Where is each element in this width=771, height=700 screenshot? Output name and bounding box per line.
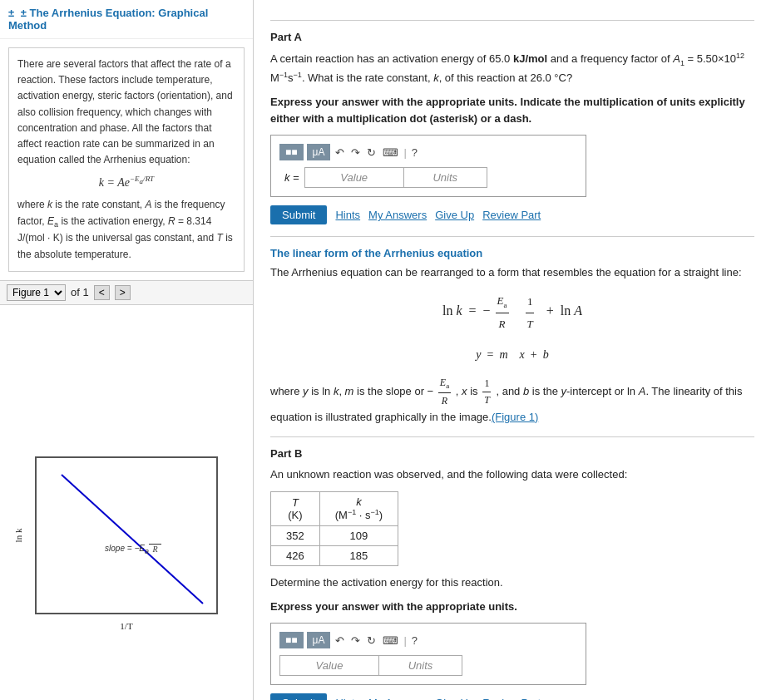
table-cell-t2: 426: [271, 545, 320, 565]
part-a-value-input[interactable]: Value: [304, 167, 404, 188]
figure-next-button[interactable]: >: [115, 285, 131, 300]
refresh-icon-b1[interactable]: ↻: [367, 634, 376, 647]
pipe-sep-b1: |: [403, 634, 406, 647]
linear-equation-ymxb: y = m x + b: [270, 343, 754, 367]
part-b-value-input[interactable]: Value: [279, 655, 379, 676]
part-a-giveup-link[interactable]: Give Up: [435, 209, 474, 221]
part-b-section: Part B An unknown reaction was observed,…: [270, 447, 754, 700]
left-panel: ± ± The Arrhenius Equation: Graphical Me…: [0, 0, 254, 700]
part-a-section: Part A A certain reaction has an activat…: [270, 31, 754, 224]
figure-of-label: of 1: [71, 286, 89, 298]
linear-section-desc2: where y is ln k, m is the slope or − Ea …: [270, 375, 754, 426]
refresh-icon-a1[interactable]: ↻: [367, 146, 376, 159]
pipe-sep-a1: |: [403, 146, 406, 159]
redo-icon-b1[interactable]: ↷: [351, 634, 360, 647]
part-a-instruction: Express your answer with the appropriate…: [270, 94, 754, 126]
part-b-reviewpart-link[interactable]: Review Part: [482, 697, 541, 700]
table-cell-k1: 109: [319, 525, 398, 545]
top-separator: [270, 20, 754, 21]
part-a-reviewpart-link[interactable]: Review Part: [482, 209, 541, 221]
widget-format-btn-b1[interactable]: ■■: [279, 632, 304, 648]
part-b-hints-link[interactable]: Hints: [335, 697, 360, 700]
help-icon-b1[interactable]: ?: [412, 634, 418, 647]
table-header-t: T(K): [271, 492, 320, 525]
fraction-1-t: 1 T: [526, 291, 535, 335]
part-a-submit-button[interactable]: Submit: [270, 205, 327, 224]
linear-equation-display: ln k = − Ea R 1 T + ln A: [270, 290, 754, 335]
part-b-toolbar: ■■ μA ↶ ↷ ↻ ⌨ | ?: [279, 632, 577, 648]
part-a-units-input[interactable]: Units: [404, 167, 487, 188]
slope-label: slope = −Ea R: [105, 544, 161, 555]
linear-section-desc: The Arrhenius equation can be rearranged…: [270, 264, 754, 282]
part-a-label: Part A: [270, 31, 754, 43]
separator-1: [270, 236, 754, 237]
info-box: There are several factors that affect th…: [8, 47, 245, 272]
undo-icon-a1[interactable]: ↶: [335, 146, 344, 159]
part-a-myanswers-link[interactable]: My Answers: [368, 209, 427, 221]
panel-title: ± The Arrhenius Equation: Graphical Meth…: [8, 7, 208, 32]
linear-section: The linear form of the Arrhenius equatio…: [270, 247, 754, 426]
part-b-instruction: Express your answer with the appropriate…: [270, 599, 754, 615]
part-b-problem: An unknown reaction was observed, and th…: [270, 466, 754, 484]
x-axis-label: 1/T: [120, 621, 132, 631]
equation-desc: where k is the rate constant, A is the f…: [17, 197, 235, 262]
part-b-determine: Determine the activation energy for this…: [270, 574, 754, 592]
part-b-label: Part B: [270, 447, 754, 460]
y-axis-label: ln k: [13, 529, 23, 543]
redo-icon-a1[interactable]: ↷: [351, 146, 360, 159]
figure-select[interactable]: Figure 1: [7, 284, 66, 301]
part-b-giveup-link[interactable]: Give Up: [435, 697, 474, 700]
graph-area: slope = −Ea R ln k 1/T: [0, 305, 253, 700]
part-b-input-row: Value Units: [279, 655, 577, 676]
widget-mu-btn-a1[interactable]: μA: [307, 144, 331, 160]
undo-icon-b1[interactable]: ↶: [335, 634, 344, 647]
info-text: There are several factors that affect th…: [17, 57, 235, 168]
table-cell-k2: 185: [319, 545, 398, 565]
widget-format-btn-a1[interactable]: ■■: [279, 144, 304, 160]
keyboard-icon-b1[interactable]: ⌨: [383, 634, 398, 647]
figure-prev-button[interactable]: <: [94, 285, 110, 300]
part-b-myanswers-link[interactable]: My Answers: [368, 697, 427, 700]
part-b-units-input[interactable]: Units: [379, 655, 462, 676]
panel-header[interactable]: ± ± The Arrhenius Equation: Graphical Me…: [0, 0, 253, 39]
help-icon-a1[interactable]: ?: [412, 146, 418, 159]
part-a-input-widget: ■■ μA ↶ ↷ ↻ ⌨ | ? k = Value Units: [270, 135, 586, 197]
part-a-problem: A certain reaction has an activation ene…: [270, 50, 754, 87]
separator-2: [270, 436, 754, 437]
part-b-input-widget: ■■ μA ↶ ↷ ↻ ⌨ | ? Value Units: [270, 623, 586, 685]
fraction-ea-r: Ea R: [496, 290, 509, 335]
figure1-link[interactable]: (Figure 1): [492, 411, 538, 423]
figure-bar: Figure 1 of 1 < >: [0, 280, 253, 305]
part-b-actions: Submit Hints My Answers Give Up Review P…: [270, 693, 754, 700]
k-label-a: k =: [279, 168, 304, 187]
svg-line-0: [62, 475, 203, 604]
table-row: 426 185: [271, 545, 398, 565]
graph-box: slope = −Ea R: [35, 456, 218, 614]
keyboard-icon-a1[interactable]: ⌨: [383, 146, 398, 159]
part-a-input-row: k = Value Units: [279, 167, 577, 188]
part-a-actions: Submit Hints My Answers Give Up Review P…: [270, 205, 754, 224]
right-panel: Part A A certain reaction has an activat…: [254, 0, 771, 700]
linear-section-title[interactable]: The linear form of the Arrhenius equatio…: [270, 247, 754, 259]
table-row: 352 109: [271, 525, 398, 545]
data-table: T(K) k(M−1 · s−1) 352 109 426 185: [270, 491, 398, 565]
part-b-submit-button[interactable]: Submit: [270, 693, 327, 700]
widget-mu-btn-b1[interactable]: μA: [307, 632, 331, 648]
toggle-icon: ±: [8, 7, 14, 19]
arrhenius-equation: k = Ae−Ea/RT: [17, 173, 235, 192]
part-a-toolbar: ■■ μA ↶ ↷ ↻ ⌨ | ?: [279, 144, 577, 160]
part-a-hints-link[interactable]: Hints: [335, 209, 360, 221]
table-cell-t1: 352: [271, 525, 320, 545]
table-header-k: k(M−1 · s−1): [319, 492, 398, 525]
